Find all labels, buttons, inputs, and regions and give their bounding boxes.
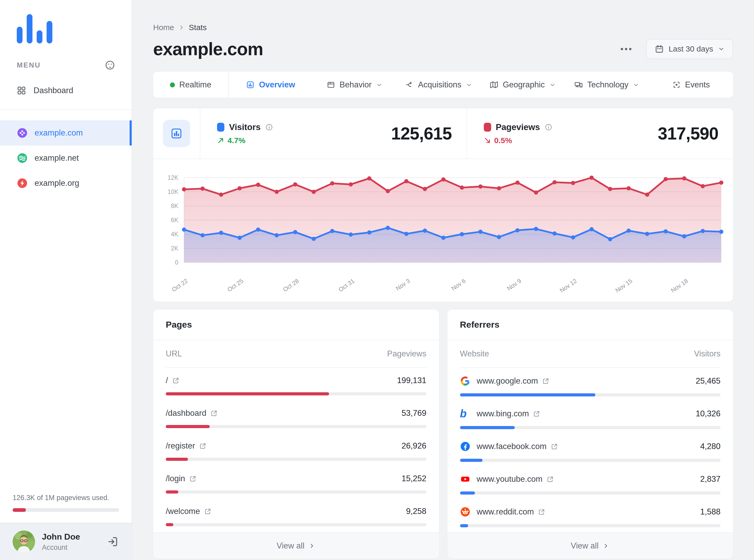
pages-card: Pages URL Pageviews / 199,131 (153, 309, 439, 559)
page-url-link[interactable]: /register (166, 441, 206, 451)
page-value: 53,769 (402, 408, 426, 418)
svg-text:Oct 25: Oct 25 (226, 277, 245, 293)
table-row: / 199,131 (166, 368, 426, 401)
svg-text:12K: 12K (168, 174, 178, 181)
referrer-link[interactable]: b www.bing.com (460, 408, 540, 419)
pages-col-pageviews: Pageviews (387, 349, 426, 359)
svg-text:Nov 15: Nov 15 (614, 277, 634, 294)
referrer-link[interactable]: www.google.com (460, 376, 549, 386)
tab-behavior[interactable]: Behavior (313, 72, 397, 98)
external-link-icon[interactable] (538, 508, 545, 516)
tab-geographic[interactable]: Geographic (481, 72, 565, 98)
external-link-icon[interactable] (199, 442, 206, 449)
chevron-right-icon (178, 24, 185, 31)
progressbar (460, 524, 721, 527)
traffic-chart[interactable]: 02K4K6K8K10K12K Oct 22Oct 25Oct 28Oct 31… (153, 159, 733, 302)
external-link-icon[interactable] (211, 410, 217, 417)
page-value: 26,926 (402, 441, 426, 451)
referrers-card-title: Referrers (447, 309, 733, 340)
pages-col-url: URL (166, 349, 182, 359)
page-value: 9,258 (406, 507, 426, 516)
external-link-icon[interactable] (189, 475, 196, 482)
tab-events[interactable]: Events (649, 72, 733, 98)
table-row: /welcome 9,258 (166, 499, 426, 532)
app-logo-bars-icon (17, 14, 132, 43)
referrer-link[interactable]: www.youtube.com (460, 474, 554, 484)
pageviews-value: 317,590 (658, 123, 718, 143)
svg-text:Nov 18: Nov 18 (670, 277, 689, 294)
sidebar-item-example-org[interactable]: example.org (0, 171, 132, 196)
pages-view-all-button[interactable]: View all (153, 532, 439, 559)
chevron-down-icon (376, 82, 383, 88)
referrers-view-all-button[interactable]: View all (447, 532, 733, 559)
scan-target-icon (672, 81, 681, 89)
page-url-link[interactable]: /dashboard (166, 408, 217, 418)
external-link-icon[interactable] (547, 476, 554, 483)
page-url-link[interactable]: /login (166, 474, 196, 483)
theme-face-icon[interactable] (104, 60, 115, 71)
logout-icon[interactable] (107, 536, 119, 548)
visitors-swatch (217, 123, 224, 132)
page-value: 199,131 (397, 376, 426, 385)
svg-text:Nov 12: Nov 12 (558, 277, 578, 294)
tab-realtime[interactable]: Realtime (153, 72, 229, 98)
svg-text:Oct 31: Oct 31 (337, 277, 355, 293)
waves-icon (17, 153, 28, 163)
progressbar (460, 492, 721, 495)
more-options-button[interactable] (618, 45, 634, 53)
main-content: Home Stats example.com Last 30 days Real… (132, 0, 754, 560)
external-link-icon[interactable] (204, 508, 211, 515)
tab-label: Technology (587, 80, 628, 89)
account-section[interactable]: John Doe Account (0, 523, 132, 560)
tab-acquisitions[interactable]: Acquisitions (397, 72, 481, 98)
external-link-icon[interactable] (533, 410, 540, 417)
info-icon[interactable] (265, 123, 273, 131)
reddit-favicon (460, 507, 470, 517)
table-row: b www.bing.com 10,326 (460, 401, 721, 433)
external-link-icon[interactable] (172, 377, 179, 384)
sidebar-item-dashboard[interactable]: Dashboard (17, 86, 132, 95)
account-role: Account (42, 543, 80, 552)
external-link-icon[interactable] (551, 443, 558, 450)
external-link-icon[interactable] (542, 378, 549, 385)
sidebar-item-example-net[interactable]: example.net (0, 145, 132, 171)
page-url-link[interactable]: /welcome (166, 507, 211, 516)
tab-technology[interactable]: Technology (565, 72, 649, 98)
svg-text:6K: 6K (171, 217, 178, 223)
svg-text:10K: 10K (168, 188, 178, 195)
progressbar (166, 491, 426, 494)
table-row: www.reddit.com 1,588 (460, 499, 721, 532)
pageviews-metric: Pageviews 0.5% 317,590 (466, 108, 733, 159)
date-range-button[interactable]: Last 30 days (646, 39, 733, 59)
table-row: /login 15,252 (166, 466, 426, 499)
page-value: 15,252 (402, 474, 426, 483)
bolt-icon (17, 178, 28, 189)
overview-chart-icon (246, 81, 254, 89)
breadcrumb-home[interactable]: Home (153, 23, 174, 32)
menu-label: MENU (17, 61, 41, 69)
info-icon[interactable] (545, 123, 553, 131)
breadcrumb: Home Stats (153, 23, 733, 32)
pageviews-swatch (484, 123, 491, 132)
avatar (13, 531, 35, 553)
tab-overview[interactable]: Overview (229, 72, 313, 98)
referrers-card: Referrers Website Visitors (447, 309, 733, 559)
usage-text: 126.3K of 1M pageviews used. (13, 494, 119, 502)
referrer-link[interactable]: www.reddit.com (460, 507, 545, 517)
usage-progressbar (13, 508, 119, 512)
table-row: www.google.com 25,465 (460, 368, 721, 401)
svg-text:8K: 8K (171, 202, 178, 209)
svg-text:Oct 28: Oct 28 (282, 277, 300, 293)
sidebar-item-example-com[interactable]: example.com (0, 120, 132, 145)
page-url-link[interactable]: / (166, 376, 179, 385)
table-row: www.youtube.com 2,837 (460, 466, 721, 499)
site-list: example.com example.net example.org (0, 120, 132, 196)
trend-up-icon (217, 137, 224, 144)
svg-text:Oct 22: Oct 22 (170, 277, 189, 293)
account-name: John Doe (42, 532, 80, 542)
referrers-col-website: Website (460, 349, 489, 359)
breadcrumb-current: Stats (189, 23, 207, 32)
devices-icon (574, 81, 583, 89)
date-range-label: Last 30 days (669, 44, 713, 53)
referrer-link[interactable]: www.facebook.com (460, 441, 558, 452)
